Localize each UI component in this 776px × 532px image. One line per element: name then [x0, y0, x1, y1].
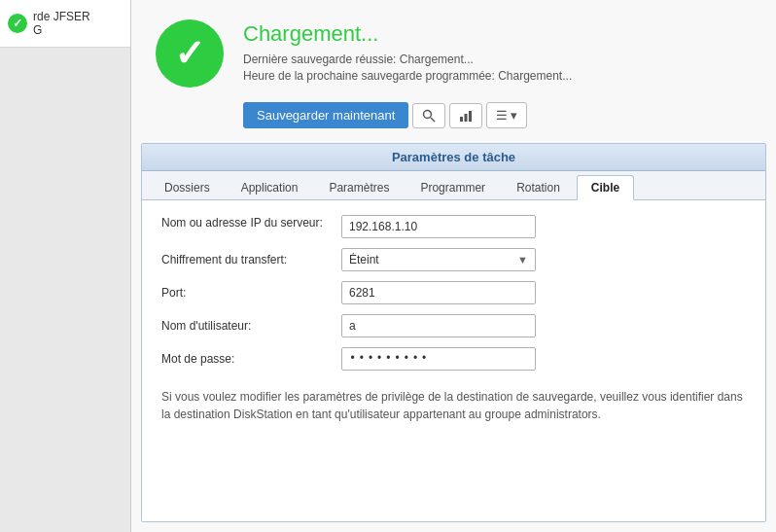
menu-icon: ☰ — [496, 108, 508, 123]
task-panel-header: Paramètres de tâche — [142, 144, 765, 171]
next-backup-line: Heure de la prochaine sauvegarde program… — [243, 69, 752, 83]
chart-button[interactable] — [449, 103, 482, 128]
tab-rotation[interactable]: Rotation — [502, 175, 575, 199]
search-button[interactable] — [412, 103, 445, 128]
port-label: Port: — [161, 285, 341, 301]
form-content: Nom ou adresse IP du serveur: Chiffremen… — [142, 200, 765, 521]
sidebar: rde JFSER G — [0, 0, 131, 532]
search-icon — [422, 109, 436, 123]
encryption-select-wrapper: Éteint Activé ▼ — [341, 248, 536, 271]
last-backup-line: Dernière sauvegarde réussie: Chargement.… — [243, 53, 752, 66]
sidebar-item-label: rde JFSER G — [33, 10, 90, 37]
username-row: Nom d'utilisateur: — [161, 314, 746, 337]
svg-point-0 — [424, 110, 432, 118]
tab-parametres[interactable]: Paramètres — [314, 175, 404, 199]
password-row: Mot de passe: — [161, 347, 746, 371]
svg-rect-2 — [460, 117, 463, 122]
encryption-select[interactable]: Éteint Activé — [341, 248, 536, 271]
tab-dossiers[interactable]: Dossiers — [150, 175, 225, 199]
note-text: Si vous voulez modifier les paramètres d… — [161, 380, 746, 423]
svg-rect-3 — [465, 114, 468, 122]
password-label: Mot de passe: — [161, 351, 341, 368]
dropdown-arrow: ▾ — [511, 108, 517, 123]
big-status-icon — [156, 19, 224, 88]
tab-cible[interactable]: Cible — [577, 175, 634, 200]
tab-application[interactable]: Application — [227, 175, 313, 199]
svg-line-1 — [431, 118, 435, 122]
encryption-label: Chiffrement du transfert: — [161, 252, 341, 268]
top-section: Chargement... Dernière sauvegarde réussi… — [131, 0, 776, 143]
status-check-icon — [8, 14, 27, 33]
task-panel: Paramètres de tâche Dossiers Application… — [141, 143, 766, 522]
status-title: Chargement... — [243, 21, 752, 47]
toolbar: Sauvegarder maintenant ☰ ▾ — [156, 102, 752, 128]
svg-rect-4 — [469, 111, 472, 122]
port-row: Port: — [161, 281, 746, 304]
sidebar-item-jfser[interactable]: rde JFSER G — [0, 0, 130, 48]
server-input[interactable] — [341, 215, 536, 238]
tab-programmer[interactable]: Programmer — [406, 175, 500, 199]
port-input[interactable] — [341, 281, 536, 304]
menu-button[interactable]: ☰ ▾ — [486, 102, 527, 128]
username-label: Nom d'utilisateur: — [161, 318, 341, 335]
encryption-row: Chiffrement du transfert: Éteint Activé … — [161, 248, 746, 271]
username-input[interactable] — [341, 314, 536, 337]
main-content: Chargement... Dernière sauvegarde réussi… — [131, 0, 776, 532]
status-info: Chargement... Dernière sauvegarde réussi… — [243, 21, 752, 86]
server-row: Nom ou adresse IP du serveur: — [161, 215, 746, 238]
status-row: Chargement... Dernière sauvegarde réussi… — [156, 19, 752, 88]
save-now-button[interactable]: Sauvegarder maintenant — [243, 102, 408, 128]
tab-bar: Dossiers Application Paramètres Programm… — [142, 171, 765, 200]
chart-icon — [459, 109, 473, 123]
server-label: Nom ou adresse IP du serveur: — [161, 215, 341, 231]
password-input[interactable] — [341, 347, 536, 371]
